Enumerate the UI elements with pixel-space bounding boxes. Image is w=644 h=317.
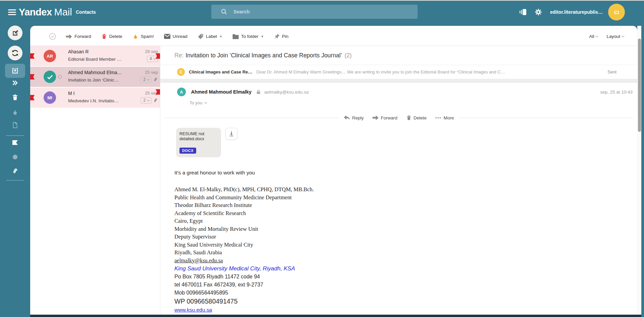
signature-org-link[interactable]: King Saud University Medical City, Riyad… bbox=[174, 264, 637, 273]
divider bbox=[459, 118, 633, 118]
inbox-icon bbox=[11, 67, 19, 74]
unread-marker[interactable] bbox=[58, 75, 62, 79]
signature-line: Morbidity and Mortality Review Unit bbox=[174, 225, 637, 233]
signature-phone: tel 4670011 Fax 4672439, ext 9-2737 bbox=[174, 281, 637, 289]
toolbar-tofolder-button[interactable]: To folder ▼ bbox=[232, 34, 264, 39]
settings-gear-icon[interactable] bbox=[535, 8, 542, 16]
message-header: A Ahmed Mahmoud Elmalky aelmalky@ksu.edu… bbox=[160, 83, 637, 106]
download-icon bbox=[228, 131, 234, 137]
toolbar-spam-button[interactable]: Spam! bbox=[132, 34, 154, 40]
important-flag-right-icon bbox=[156, 89, 160, 95]
account-avatar[interactable]: CI bbox=[608, 4, 625, 20]
important-flag-right-icon bbox=[156, 53, 160, 59]
signature-line: Ahmed M. El-Malky, PhD(c), MPH, CPHQ, DT… bbox=[174, 186, 637, 194]
tag-icon bbox=[198, 34, 204, 40]
list-item-3[interactable]: MI M I Medvedev I.N. Invitatio… 25 sep 2 bbox=[30, 88, 160, 108]
layout-label: Layout bbox=[606, 34, 620, 39]
toolbar-delete-label: Delete bbox=[109, 34, 122, 39]
compose-button[interactable] bbox=[0, 25, 30, 40]
collapsed-snippet: Dear Dr. Ahmed M Elmalky Warm Greetings…… bbox=[256, 69, 602, 74]
sidebar bbox=[0, 0, 30, 317]
toolbar-spam-label: Spam! bbox=[141, 34, 154, 39]
toolbar-label-label: Label bbox=[206, 34, 217, 39]
sidebar-item-dot[interactable] bbox=[0, 155, 30, 159]
spam-flame-icon bbox=[132, 34, 139, 40]
signature-mobile: Mob 00966564495895 bbox=[174, 289, 637, 297]
refresh-button[interactable] bbox=[0, 46, 30, 60]
message-toolbar: Forward Delete Spam! Unread Label ▼ To f… bbox=[30, 26, 637, 46]
check-circle-icon bbox=[49, 33, 56, 40]
more-dots-icon: ••• bbox=[435, 115, 442, 120]
search-icon bbox=[221, 8, 227, 15]
sidebar-item-spam[interactable] bbox=[0, 109, 30, 116]
reading-pane-icon[interactable] bbox=[519, 9, 527, 15]
sender-name: M I bbox=[68, 91, 129, 96]
filter-all-dropdown[interactable]: All bbox=[589, 34, 598, 39]
sender-name: Ahmed Mahmoud Elma… bbox=[68, 70, 129, 75]
chevron-down-icon bbox=[147, 98, 150, 101]
toolbar-unread-button[interactable]: Unread bbox=[164, 34, 187, 39]
toolbar-pin-button[interactable]: Pin bbox=[274, 34, 289, 39]
subject-bar: Re: Invitation to Join ‘Clinical Images … bbox=[160, 46, 637, 65]
signature-whatsapp: WP 00966580491475 bbox=[174, 297, 637, 306]
reply-arrow-icon bbox=[344, 115, 350, 120]
list-item-text: Ahmed Mahmoud Elma… Invitation to Join ‘… bbox=[68, 70, 129, 83]
thread-count-dropdown[interactable]: 2 bbox=[141, 76, 152, 83]
attachment-card[interactable]: RESUME not detailed.docx DOCX bbox=[176, 128, 221, 157]
toolbar-label-button[interactable]: Label ▼ bbox=[198, 34, 222, 40]
sidebar-item-sent[interactable] bbox=[0, 80, 30, 86]
nav-contacts[interactable]: Contacts bbox=[76, 0, 96, 24]
signature-website-link[interactable]: www.ksu.edu.sa bbox=[174, 306, 212, 314]
signature-line: Riyadh, Saudi Arabia bbox=[174, 249, 637, 257]
toolbar-forward-button[interactable]: Forward bbox=[66, 34, 91, 39]
chevron-down-icon bbox=[622, 35, 624, 37]
download-attachment-button[interactable] bbox=[225, 128, 237, 140]
forward-button[interactable]: Forward bbox=[372, 115, 397, 120]
dropdown-triangle-icon: ▼ bbox=[219, 35, 222, 38]
thread-separator bbox=[160, 79, 637, 83]
logo-mail: Mail bbox=[54, 7, 72, 18]
toolbar-tofolder-label: To folder bbox=[241, 34, 259, 39]
important-flag-icon[interactable] bbox=[30, 95, 35, 100]
sidebar-item-trash[interactable] bbox=[0, 94, 30, 101]
sidebar-item-bookmark[interactable] bbox=[0, 140, 30, 145]
select-all-button[interactable] bbox=[49, 33, 56, 40]
header-right-cluster: editor.literaturepublis… CI bbox=[519, 0, 625, 24]
list-item-2-selected[interactable]: Ahmed Mahmoud Elma… Invitation to Join ‘… bbox=[30, 67, 160, 88]
delete-button[interactable]: Delete bbox=[406, 115, 427, 120]
sidebar-item-attachments[interactable] bbox=[0, 168, 30, 174]
draft-document-icon bbox=[12, 122, 18, 128]
list-item-1[interactable]: AR Ahasan R Editorial Board Member … 28 … bbox=[30, 46, 160, 67]
sent-icon bbox=[12, 80, 18, 86]
sender-name[interactable]: Ahmed Mahmoud Elmalky bbox=[191, 89, 251, 95]
thread-count-dropdown[interactable]: 2 bbox=[141, 97, 152, 104]
collapsed-thread-message[interactable]: C Clinical Images and Case Re… Dear Dr. … bbox=[160, 65, 637, 79]
toolbar-delete-button[interactable]: Delete bbox=[101, 34, 122, 39]
forward-label: Forward bbox=[381, 115, 397, 120]
recipient-dropdown[interactable]: To you bbox=[190, 100, 207, 105]
signature-address: Po Box 7805 Riyadh 11472 code 94 bbox=[174, 273, 637, 281]
selected-check-avatar[interactable] bbox=[44, 71, 56, 83]
more-button[interactable]: ••• More bbox=[435, 115, 454, 120]
account-name[interactable]: editor.literaturepublis… bbox=[550, 9, 603, 15]
reply-button[interactable]: Reply bbox=[344, 115, 364, 120]
search-bar[interactable] bbox=[211, 5, 418, 19]
scrollbar-thumb[interactable] bbox=[638, 39, 641, 132]
avatar: AR bbox=[44, 50, 56, 62]
signature-line: Theodor Bilharz Research Institute bbox=[174, 201, 637, 209]
sidebar-divider-2 bbox=[6, 180, 24, 180]
signature-email-link[interactable]: aelmalky@ksu.edu.sa bbox=[174, 257, 223, 265]
layout-dropdown[interactable]: Layout bbox=[606, 34, 624, 39]
sender-name: Ahasan R bbox=[68, 49, 129, 54]
search-input[interactable] bbox=[233, 9, 394, 14]
scrollbar-track[interactable] bbox=[637, 26, 641, 317]
sidebar-item-drafts[interactable] bbox=[0, 122, 30, 128]
sender-email[interactable]: aelmalky@ksu.edu.sa bbox=[264, 90, 309, 95]
important-flag-icon[interactable] bbox=[30, 53, 35, 59]
attachment-filename: RESUME not detailed.docx bbox=[179, 131, 218, 142]
sidebar-item-inbox[interactable] bbox=[0, 64, 30, 78]
message-body-intro: It's a great honour to work with you bbox=[174, 170, 637, 176]
compose-icon bbox=[12, 30, 18, 36]
important-flag-icon[interactable] bbox=[30, 74, 35, 80]
avatar: MI bbox=[44, 92, 56, 104]
